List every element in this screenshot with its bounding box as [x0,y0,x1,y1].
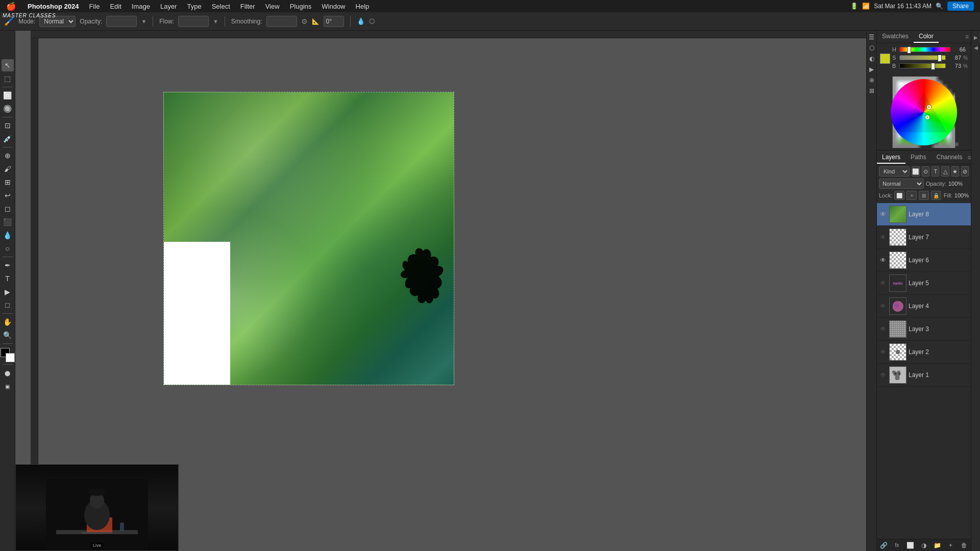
layer-item[interactable]: 👁 Layer 4 [877,295,971,318]
curves-icon[interactable]: ⬡ [867,43,876,53]
fill-value[interactable]: 100% [954,192,969,198]
adj-filter-btn[interactable]: ⊙ [922,166,929,177]
layer-visibility-4[interactable]: 👁 [879,302,887,310]
tab-color[interactable]: Color [914,31,939,43]
panel-menu-icon[interactable]: ≡ [965,33,969,40]
smoothing-settings-icon[interactable]: ⚙ [301,17,308,26]
pen-tool[interactable]: ✒ [2,259,14,271]
tab-layers[interactable]: Layers [877,152,905,164]
layer-opacity-value[interactable]: 100% [948,181,969,187]
shape-tool[interactable]: □ [2,299,14,311]
eyedropper-tool[interactable]: 💉 [2,133,14,145]
menu-type[interactable]: Type [182,3,206,10]
smoothing-input[interactable]: 0% [266,16,297,27]
panel-icon-1[interactable]: ⊕ [867,76,876,85]
side-icon-2[interactable]: ◀ [972,44,979,51]
layer-group-btn[interactable]: 📁 [932,541,942,550]
layer-item[interactable]: 👁 Layer 1 [877,364,971,387]
layers-menu-icon[interactable]: ≡ [967,154,971,161]
layer-fx-btn[interactable]: fx [892,541,902,550]
lock-position-btn[interactable]: + [906,191,917,200]
eraser-tool[interactable]: ◻ [2,203,14,215]
filter-toggle-btn[interactable]: ⊘ [961,166,969,177]
artboard-tool[interactable]: ⬚ [2,72,14,85]
type-filter-btn[interactable]: T [932,166,939,177]
menu-edit[interactable]: Edit [105,3,126,10]
tab-paths[interactable]: Paths [905,152,932,164]
path-select-tool[interactable]: ▶ [2,286,14,298]
history-tool[interactable]: ↩ [2,189,14,202]
airbrush-icon[interactable]: 💧 [357,17,365,25]
play-icon[interactable]: ▶ [867,65,876,74]
background-color[interactable] [6,353,15,362]
dodge-tool[interactable]: ○ [2,242,14,255]
search-icon[interactable]: 🔍 [936,3,943,10]
layer-item[interactable]: 👁 Layer 7 [877,226,971,249]
opacity-input[interactable]: 100% [106,16,137,27]
pixel-filter-btn[interactable]: ⬜ [912,166,920,177]
smart-filter-btn[interactable]: ★ [951,166,959,177]
zoom-tool[interactable]: 🔍 [2,329,14,341]
layer-visibility-6[interactable]: 👁 [879,256,887,264]
layer-mask-btn[interactable]: ⬜ [905,541,916,550]
hand-tool[interactable]: ✋ [2,316,14,328]
menu-view[interactable]: View [260,3,285,10]
canvas-wrapper[interactable] [163,92,454,385]
panel-icon-2[interactable]: ⊠ [867,86,876,95]
layer-visibility-1[interactable]: 👁 [879,371,887,379]
move-tool[interactable]: ↖ [2,59,14,71]
layer-item[interactable]: 👁 Layer 6 [877,249,971,272]
layer-visibility-7[interactable]: 👁 [879,233,887,241]
layer-item[interactable]: 👁 hello Layer 5 [877,272,971,295]
hsl-icon[interactable]: ◐ [867,54,876,63]
apple-menu[interactable]: 🍎 [0,2,22,11]
layers-icon[interactable]: ☰ [867,33,876,42]
menu-plugins[interactable]: Plugins [285,3,317,10]
color-swatch-display[interactable] [880,54,890,64]
flow-input[interactable]: 100% [178,16,209,27]
menu-image[interactable]: Image [127,3,155,10]
layer-filter-select[interactable]: Kind Name Effect [879,166,910,177]
layer-visibility-5[interactable]: 👁 [879,279,887,287]
crop-tool[interactable]: ⊡ [2,119,14,132]
layer-item[interactable]: 👁 Layer 8 [877,203,971,226]
bright-slider[interactable] [899,63,946,68]
lock-artboard-btn[interactable]: ⊞ [919,191,929,200]
share-button[interactable]: Share [947,2,974,11]
quick-mask-tool[interactable]: ⬤ [2,367,14,379]
angle-input[interactable] [324,16,344,27]
layer-adj-btn[interactable]: ◑ [919,541,929,550]
stamp-tool[interactable]: ⊞ [2,176,14,188]
marquee-tool[interactable]: ⬜ [2,89,14,102]
sat-slider[interactable] [899,55,946,60]
canvas-image[interactable] [163,92,454,385]
menu-window[interactable]: Window [316,3,350,10]
color-wheel-svg[interactable] [888,77,960,148]
layer-item[interactable]: 👁 Layer 3 [877,318,971,341]
shape-filter-btn[interactable]: △ [941,166,949,177]
menu-layer[interactable]: Layer [155,3,182,10]
menu-file[interactable]: File [84,3,105,10]
layer-item[interactable]: 👁 Layer 2 [877,341,971,364]
layer-delete-btn[interactable]: 🗑 [959,541,969,550]
lock-all-btn[interactable]: 🔒 [931,191,941,200]
tab-swatches[interactable]: Swatches [877,31,914,43]
blur-tool[interactable]: 💧 [2,229,14,241]
color-wheel-expand[interactable]: ⊞ [954,141,959,147]
menu-select[interactable]: Select [207,3,235,10]
symmetry-icon[interactable]: ⬡ [369,17,375,25]
side-icon-1[interactable]: ▶ [972,34,979,41]
menu-filter[interactable]: Filter [235,3,260,10]
tab-channels[interactable]: Channels [932,152,968,164]
menu-help[interactable]: Help [351,3,375,10]
type-tool[interactable]: T [2,272,14,285]
heal-tool[interactable]: ⊕ [2,149,14,162]
layer-mode-select[interactable]: Normal Multiply Screen [879,179,924,189]
screen-mode-tool[interactable]: ▣ [2,380,14,392]
layer-visibility-3[interactable]: 👁 [879,325,887,333]
hue-slider[interactable] [899,47,950,52]
layer-visibility-8[interactable]: 👁 [879,210,887,218]
color-wheel-wrapper[interactable]: ⊞ [888,77,960,148]
layer-link-btn[interactable]: 🔗 [878,541,889,550]
color-swatches[interactable] [1,348,15,362]
